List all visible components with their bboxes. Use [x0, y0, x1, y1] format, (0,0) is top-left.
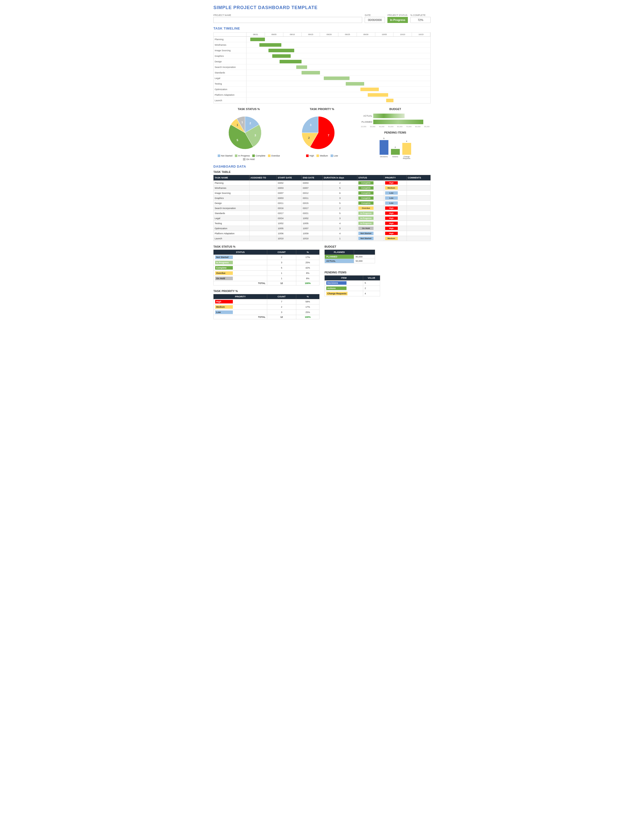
budget-actual-label: ACTUAL	[361, 114, 372, 117]
legend-label: Complete	[256, 154, 266, 157]
legend-dot	[268, 154, 270, 157]
pie-label: 7	[328, 134, 329, 137]
legend-label: Medium	[320, 154, 328, 157]
comments-cell	[407, 231, 430, 236]
date-field: DATE 00/00/0000	[365, 14, 385, 23]
legend-item: On Hold	[243, 158, 254, 161]
gantt-row: Graphics	[214, 53, 430, 59]
gantt-bar	[250, 38, 265, 41]
duration-cell: 3	[323, 216, 357, 221]
pending-bar	[402, 143, 411, 155]
gantt-date: 10/10	[393, 32, 412, 36]
status-label: PROJECT STATUS	[387, 14, 408, 16]
legend-dot	[306, 154, 309, 157]
gantt-row: Design	[214, 59, 430, 64]
assigned-cell	[249, 196, 277, 201]
start-date-cell: 03/03	[277, 185, 302, 191]
status-badge: In Progress	[387, 17, 408, 23]
priority-table: PRIORITY COUNT % High 7 58% Medium 2 17%…	[213, 294, 319, 319]
status-cell: Not Started	[357, 231, 384, 236]
priority-cell: Low	[384, 201, 407, 206]
project-header: PROJECT NAME DATE 00/00/0000 PROJECT STA…	[213, 14, 431, 23]
gantt-bar	[386, 99, 393, 102]
priority-table-row: High 7 58%	[214, 299, 319, 304]
status-badge-cell: In Progress	[358, 212, 374, 215]
budget-pending-col: BUDGET ACTUAL PLANNED 20,00030,00040,000…	[360, 108, 431, 161]
legend-dot	[218, 154, 220, 157]
status-table-col3: %	[296, 250, 319, 255]
gantt-task-name: Image Sourcing	[214, 48, 246, 53]
task-table-section: TASK TABLE TASK NAMEASSIGNED TOSTART DAT…	[213, 170, 431, 241]
pending-table-row: Change Requests 4	[325, 291, 380, 296]
gantt-task-name: Standards	[214, 70, 246, 75]
priority-pct: 25%	[296, 310, 319, 315]
status-badge-cell: Complete	[358, 181, 374, 185]
status-label-badge: Not Started	[215, 256, 233, 259]
status-label: Overdue	[214, 270, 267, 276]
start-date-cell: 03/02	[277, 180, 302, 185]
pending-bar-col: 5	[380, 137, 388, 155]
status-label-badge: In Progress	[215, 261, 233, 264]
task-name-cell: Planning	[214, 180, 250, 185]
legend-item: Overdue	[268, 154, 280, 157]
end-date-cell: 10/09	[302, 231, 323, 236]
project-name-label: PROJECT NAME	[213, 14, 362, 16]
gantt-bars-area	[246, 53, 430, 59]
start-date-cell: 03/07	[277, 191, 302, 196]
legend-dot	[252, 154, 255, 157]
status-table-row: Overdue 1 8%	[214, 270, 319, 276]
budget-axis-label: 70,000	[406, 126, 411, 127]
end-date-cell: 10/10	[302, 236, 323, 241]
status-count: 2	[267, 255, 296, 260]
gantt-row: Platform Adaptation	[214, 92, 430, 98]
project-name-input[interactable]	[213, 17, 362, 23]
status-table: STATUS COUNT % Not Started 2 17% In Prog…	[213, 250, 319, 286]
gantt-bar	[368, 93, 388, 96]
duration-cell: 4	[323, 231, 357, 236]
priority-badge-cell: Low	[385, 191, 398, 195]
gantt-task-name: Planning	[214, 37, 246, 42]
table-row: Legal 03/24 10/02 3 In Progress High	[214, 216, 431, 221]
legend-item: Medium	[316, 154, 328, 157]
legend-item: In Progress	[235, 154, 250, 157]
status-table-row: Not Started 2 17%	[214, 255, 319, 260]
task-table-header: DURATION in days	[323, 175, 357, 180]
priority-table-row: Medium 2 17%	[214, 304, 319, 310]
gantt-date: 09/15	[301, 32, 320, 36]
status-field: PROJECT STATUS In Progress	[387, 14, 408, 23]
pending-chart: 5 2 4 DecisionsActionsChange Requests	[360, 136, 431, 160]
budget-title: BUDGET	[360, 108, 431, 111]
pending-bar	[391, 149, 400, 155]
budget-planned-row: PLANNED	[361, 120, 430, 124]
legend-label: Not Started	[221, 154, 233, 157]
priority-table-col2: COUNT	[267, 294, 296, 299]
table-row: Search Incorporation 03/16 03/17 2 Overd…	[214, 206, 431, 211]
status-total-row: TOTAL 12 100%	[214, 281, 319, 286]
legend-label: High	[309, 154, 314, 157]
duration-cell: 1	[323, 236, 357, 241]
priority-badge-cell: High	[385, 181, 398, 185]
priority-cell: Medium	[384, 185, 407, 191]
gantt-bars-area	[246, 98, 430, 103]
gantt-task-name: Optimization	[214, 87, 246, 92]
status-count: 1	[267, 276, 296, 281]
comments-cell	[407, 221, 430, 226]
table-row: Graphics 03/03 03/11 3 Complete Low	[214, 196, 431, 201]
assigned-cell	[249, 211, 277, 216]
end-date-cell: 03/12	[302, 191, 323, 196]
budget-planned-bar	[373, 120, 423, 124]
status-badge-cell: Not Started	[358, 232, 374, 235]
comments-cell	[407, 180, 430, 185]
task-name-cell: Graphics	[214, 196, 250, 201]
legend-label: Overdue	[271, 154, 280, 157]
status-cell: Complete	[357, 196, 384, 201]
comments-cell	[407, 191, 430, 196]
bottom-left: TASK STATUS % STATUS COUNT % Not Started…	[213, 245, 319, 319]
dashboard-data-title: DASHBOARD DATA	[213, 165, 431, 168]
task-table-title: TASK TABLE	[213, 170, 431, 174]
status-badge-cell: Complete	[358, 201, 374, 205]
status-table-row: In Progress 3 25%	[214, 260, 319, 265]
pending-label-badge: Actions	[326, 286, 346, 290]
table-row: Testing 10/02 10/05 4 In Progress High	[214, 221, 431, 226]
status-cell: Not Started	[357, 236, 384, 241]
